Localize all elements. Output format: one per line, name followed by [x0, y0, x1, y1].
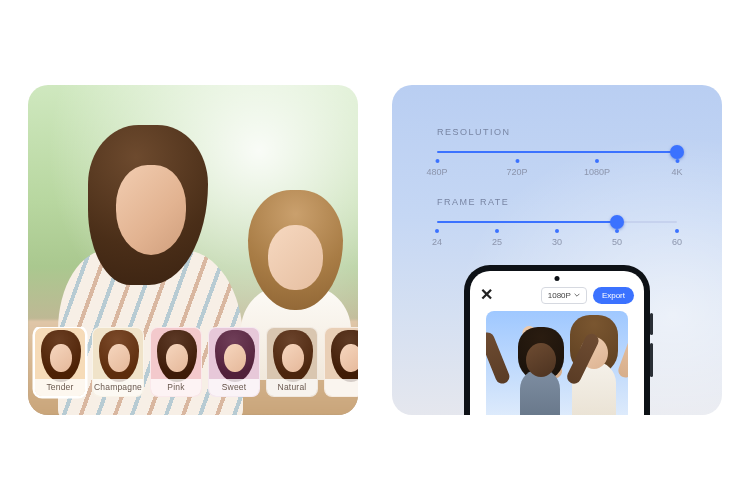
tick-25[interactable]: 25 [492, 229, 502, 247]
filter-label: Tender [35, 379, 85, 396]
resolution-slider-knob[interactable] [670, 145, 684, 159]
phone-screen: ✕ 1080P Export [470, 271, 644, 415]
filter-thumb-idx5[interactable] [324, 327, 358, 397]
filter-label: Natural [267, 379, 317, 396]
export-settings-panel: RESOLUTION 480P720P1080P4K FRAME RATE 24… [392, 85, 722, 415]
filter-thumb-natural[interactable]: Natural [266, 327, 318, 397]
chevron-down-icon [574, 292, 580, 298]
close-icon[interactable]: ✕ [480, 287, 493, 303]
camera-punch-hole [555, 276, 560, 281]
framerate-title: FRAME RATE [437, 197, 677, 207]
filter-thumb-champagne[interactable]: Champagne [92, 327, 144, 397]
tick-24[interactable]: 24 [432, 229, 442, 247]
resolution-ticks: 480P720P1080P4K [437, 159, 677, 173]
filter-label [325, 379, 358, 396]
tick-4K[interactable]: 4K [671, 159, 682, 177]
export-topbar: ✕ 1080P Export [480, 285, 634, 305]
framerate-setting: FRAME RATE 2425305060 [437, 197, 677, 243]
filter-thumb-sweet[interactable]: Sweet [208, 327, 260, 397]
resolution-dropdown[interactable]: 1080P [541, 287, 587, 304]
export-preview-photo [486, 311, 628, 415]
resolution-slider[interactable] [437, 151, 677, 153]
export-button[interactable]: Export [593, 287, 634, 304]
resolution-setting: RESOLUTION 480P720P1080P4K [437, 127, 677, 173]
resolution-title: RESOLUTION [437, 127, 677, 137]
tick-1080P[interactable]: 1080P [584, 159, 610, 177]
filter-label: Champagne [93, 379, 143, 396]
resolution-dropdown-value: 1080P [548, 291, 571, 300]
tick-30[interactable]: 30 [552, 229, 562, 247]
filter-label: Sweet [209, 379, 259, 396]
framerate-slider[interactable] [437, 221, 677, 223]
phone-mockup: ✕ 1080P Export [464, 265, 650, 415]
tick-720P[interactable]: 720P [506, 159, 527, 177]
settings-block: RESOLUTION 480P720P1080P4K FRAME RATE 24… [437, 127, 677, 267]
filter-preview-panel: TenderChampagnePinkSweetNatural [28, 85, 358, 415]
filter-strip[interactable]: TenderChampagnePinkSweetNatural [28, 327, 358, 407]
filter-thumb-tender[interactable]: Tender [34, 327, 86, 397]
filter-label: Pink [151, 379, 201, 396]
tick-60[interactable]: 60 [672, 229, 682, 247]
framerate-slider-knob[interactable] [610, 215, 624, 229]
filter-thumb-pink[interactable]: Pink [150, 327, 202, 397]
tick-480P[interactable]: 480P [426, 159, 447, 177]
framerate-ticks: 2425305060 [437, 229, 677, 243]
tick-50[interactable]: 50 [612, 229, 622, 247]
